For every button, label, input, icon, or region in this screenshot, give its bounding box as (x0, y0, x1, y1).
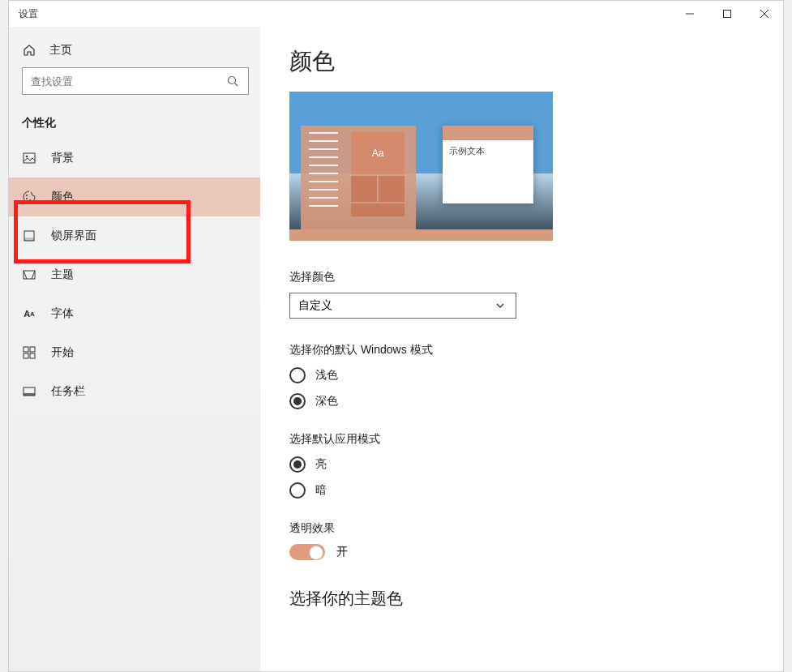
minimize-button[interactable] (671, 1, 709, 27)
svg-point-7 (26, 156, 28, 158)
taskbar-icon (22, 384, 36, 399)
svg-rect-12 (24, 238, 34, 241)
windows-mode-label: 选择你的默认 Windows 模式 (289, 343, 754, 357)
maximize-button[interactable] (709, 1, 746, 27)
sidebar-item-label: 字体 (51, 306, 74, 321)
radio-icon (289, 393, 306, 409)
svg-point-9 (26, 198, 28, 199)
transparency-label: 透明效果 (289, 521, 754, 536)
svg-rect-1 (724, 11, 731, 18)
windows-mode-dark[interactable]: 深色 (289, 393, 754, 409)
svg-point-4 (229, 77, 236, 84)
svg-rect-19 (24, 393, 35, 396)
radio-label: 暗 (315, 483, 327, 498)
app-mode-dark[interactable]: 暗 (289, 482, 754, 499)
windows-mode-light[interactable]: 浅色 (289, 367, 754, 383)
start-icon (22, 345, 36, 360)
main-content: 颜色 Aa (260, 27, 783, 671)
sidebar-item-label: 任务栏 (51, 384, 85, 399)
color-mode-select[interactable]: 自定义 (289, 293, 516, 319)
palette-icon (22, 190, 36, 204)
svg-rect-16 (24, 353, 28, 358)
close-button[interactable] (746, 1, 783, 27)
preview-sample-text: 示例文本 (443, 140, 533, 162)
svg-line-5 (235, 83, 238, 87)
sidebar-item-label: 锁屏界面 (51, 229, 96, 243)
search-input[interactable] (31, 75, 225, 88)
settings-window: 设置 主页 (8, 0, 784, 672)
chevron-down-icon (493, 298, 507, 313)
sidebar-item-themes[interactable]: 主题 (9, 255, 260, 294)
sidebar-item-label: 开始 (51, 345, 74, 360)
home-icon (22, 43, 36, 58)
preview-sample-window: 示例文本 (443, 126, 533, 203)
toggle-value: 开 (336, 545, 348, 559)
search-container (9, 67, 260, 105)
radio-icon (289, 456, 306, 473)
sidebar-item-label: 主题 (51, 268, 74, 282)
sidebar-item-background[interactable]: 背景 (9, 139, 260, 178)
preview-start-menu: Aa (301, 126, 416, 229)
preview-tile-text: Aa (351, 132, 405, 174)
lockscreen-icon (22, 229, 36, 243)
color-preview: Aa 示例文本 (289, 92, 553, 241)
window-controls (671, 1, 783, 27)
theme-icon (22, 268, 36, 282)
radio-label: 亮 (315, 457, 327, 472)
sidebar-item-fonts[interactable]: AA 字体 (9, 294, 260, 333)
sidebar-item-colors[interactable]: 颜色 (9, 178, 260, 216)
transparency-toggle[interactable] (289, 544, 325, 560)
radio-icon (289, 482, 306, 499)
home-link[interactable]: 主页 (9, 33, 260, 67)
sidebar: 主页 个性化 背景 颜色 锁屏界面 (9, 27, 260, 671)
app-mode-light[interactable]: 亮 (289, 456, 754, 473)
sidebar-item-label: 颜色 (51, 190, 74, 204)
svg-point-10 (29, 199, 31, 201)
window-title: 设置 (19, 7, 38, 21)
font-icon: AA (22, 306, 36, 321)
sidebar-item-start[interactable]: 开始 (9, 333, 260, 372)
search-icon (225, 74, 240, 88)
radio-label: 深色 (315, 394, 338, 409)
titlebar: 设置 (9, 1, 783, 27)
sidebar-item-label: 背景 (51, 151, 74, 165)
select-color-label: 选择颜色 (289, 270, 754, 285)
section-heading: 个性化 (9, 105, 260, 139)
accent-heading: 选择你的主题色 (289, 588, 754, 610)
svg-point-8 (26, 195, 28, 196)
select-value: 自定义 (298, 298, 332, 313)
sidebar-item-taskbar[interactable]: 任务栏 (9, 372, 260, 411)
home-label: 主页 (49, 43, 72, 58)
search-box[interactable] (22, 67, 249, 95)
radio-icon (289, 367, 306, 383)
page-title: 颜色 (289, 46, 754, 77)
radio-label: 浅色 (315, 368, 338, 383)
sidebar-item-lockscreen[interactable]: 锁屏界面 (9, 216, 260, 255)
svg-rect-14 (24, 347, 28, 352)
svg-rect-6 (24, 153, 35, 163)
svg-rect-15 (30, 347, 35, 352)
app-mode-label: 选择默认应用模式 (289, 432, 754, 447)
picture-icon (22, 151, 36, 165)
window-body: 主页 个性化 背景 颜色 锁屏界面 (9, 27, 783, 671)
svg-rect-17 (30, 353, 35, 358)
